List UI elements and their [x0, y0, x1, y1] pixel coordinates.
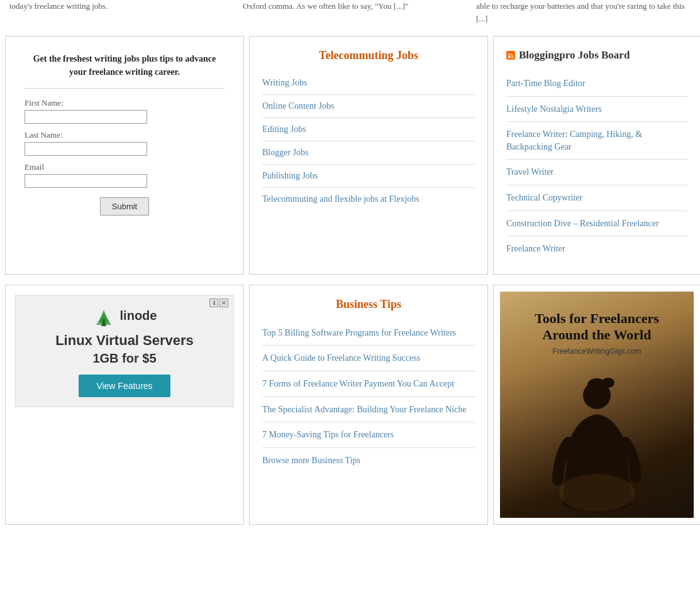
ad-brand-text: linode	[120, 309, 157, 323]
construction-dive-link[interactable]: Construction Dive – Residential Freelanc…	[506, 219, 659, 228]
list-item: Blogger Jobs	[262, 141, 475, 165]
list-item: Publishing Jobs	[262, 165, 475, 188]
freelance-writer-link[interactable]: Freelance Writer	[506, 244, 565, 253]
tools-widget: Tools for Freelancers Around the World F…	[493, 285, 700, 525]
travel-writer-link[interactable]: Travel Writer	[506, 167, 553, 177]
list-item: 7 Money-Saving Tips for Freelancers	[262, 422, 475, 448]
lifestyle-nostalgia-writers-link[interactable]: Lifestyle Nostalgia Writers	[506, 104, 602, 114]
browse-more-link[interactable]: Browse more Business Tips	[262, 456, 360, 465]
ad-info-button[interactable]: ℹ	[209, 299, 218, 307]
svg-point-7	[559, 474, 635, 512]
ad-close-button[interactable]: ✕	[219, 299, 228, 307]
business-tips-list: Top 5 Billing Software Programs for Free…	[262, 321, 475, 473]
specialist-advantage-link[interactable]: The Specialist Advantage: Building Your …	[262, 405, 467, 414]
list-item: 7 Forms of Freelance Writer Payment You …	[262, 371, 475, 397]
newsletter-divider	[25, 88, 225, 89]
list-item: Top 5 Billing Software Programs for Free…	[262, 321, 475, 346]
list-item: A Quick Guide to Freelance Writing Succe…	[262, 346, 475, 371]
list-item: Freelance Writer	[506, 236, 687, 261]
person-silhouette	[534, 367, 660, 518]
flexjobs-link[interactable]: Telecommuting and flexible jobs at Flexj…	[262, 194, 419, 204]
editing-jobs-link[interactable]: Editing Jobs	[262, 124, 306, 134]
widget-grid-bottom: ℹ ✕ linode Linux Virtual Servers	[0, 280, 700, 530]
email-group: Email	[25, 162, 225, 188]
list-item: Technical Copywriter	[506, 185, 687, 211]
top-strip-col2: Oxford comma. As we often like to say, "…	[233, 0, 467, 25]
ad-cta-button[interactable]: View Features	[79, 375, 170, 397]
money-saving-tips-link[interactable]: 7 Money-Saving Tips for Freelancers	[262, 430, 394, 439]
bloggingpro-title: Bloggingpro Jobs Board	[506, 49, 687, 62]
top-strip-col1: today's freelance writing jobs.	[0, 0, 233, 25]
publishing-jobs-link[interactable]: Publishing Jobs	[262, 171, 318, 180]
first-name-input[interactable]	[25, 110, 147, 124]
list-item: Editing Jobs	[262, 118, 475, 141]
list-item: The Specialist Advantage: Building Your …	[262, 397, 475, 423]
tools-image-container[interactable]: Tools for Freelancers Around the World F…	[500, 292, 694, 518]
billing-software-link[interactable]: Top 5 Billing Software Programs for Free…	[262, 328, 456, 337]
ad-box: ℹ ✕ linode Linux Virtual Servers	[15, 295, 234, 407]
last-name-input[interactable]	[25, 142, 147, 156]
top-strip-text2: Oxford comma. As we often like to say, "…	[243, 1, 408, 11]
business-tips-title: Business Tips	[262, 298, 475, 311]
business-tips-widget: Business Tips Top 5 Billing Software Pro…	[249, 285, 488, 525]
bloggingpro-widget: Bloggingpro Jobs Board Part-Time Blog Ed…	[493, 36, 700, 275]
email-label: Email	[25, 162, 225, 172]
ad-headline: Linux Virtual Servers	[25, 332, 224, 349]
telecommuting-title: Telecommuting Jobs	[262, 49, 475, 62]
writing-jobs-link[interactable]: Writing Jobs	[262, 78, 307, 87]
list-item: Part-Time Blog Editor	[506, 71, 687, 97]
widget-grid-top: Get the freshest writing jobs plus tips …	[0, 31, 700, 280]
linode-logo-icon	[92, 305, 115, 327]
ad-logo-row: linode	[25, 305, 224, 327]
list-item: Construction Dive – Residential Freelanc…	[506, 211, 687, 237]
top-strip-text1: today's freelance writing jobs.	[9, 1, 108, 11]
last-name-label: Last Name:	[25, 130, 225, 140]
bloggingpro-list: Part-Time Blog Editor Lifestyle Nostalgi…	[506, 71, 687, 261]
newsletter-headline: Get the freshest writing jobs plus tips …	[25, 52, 225, 79]
tools-title-line1: Tools for Freelancers	[535, 310, 659, 327]
close-icon: ✕	[221, 300, 226, 306]
forms-payment-link[interactable]: 7 Forms of Freelance Writer Payment You …	[262, 379, 454, 388]
list-item: Freelance Writer: Camping, Hiking, & Bac…	[506, 122, 687, 160]
online-content-jobs-link[interactable]: Online Content Jobs	[262, 101, 334, 111]
list-item: Lifestyle Nostalgia Writers	[506, 97, 687, 123]
svg-point-0	[508, 57, 510, 58]
ad-controls: ℹ ✕	[209, 299, 228, 307]
rss-icon	[506, 51, 515, 60]
top-strip: today's freelance writing jobs. Oxford c…	[0, 0, 700, 31]
svg-point-6	[602, 378, 614, 388]
email-input[interactable]	[25, 174, 147, 188]
top-strip-col3: able to recharge your batteries and that…	[467, 0, 700, 25]
part-time-blog-editor-link[interactable]: Part-Time Blog Editor	[506, 79, 586, 88]
list-item: Telecommuting and flexible jobs at Flexj…	[262, 188, 475, 211]
ad-widget: ℹ ✕ linode Linux Virtual Servers	[5, 285, 244, 525]
bloggingpro-title-text: Bloggingpro Jobs Board	[519, 49, 630, 62]
tools-title-line2: Around the World	[535, 327, 659, 343]
last-name-group: Last Name:	[25, 130, 225, 156]
list-item: Browse more Business Tips	[262, 448, 475, 473]
telecommuting-jobs-widget: Telecommuting Jobs Writing Jobs Online C…	[249, 36, 488, 275]
list-item: Writing Jobs	[262, 72, 475, 95]
list-item: Online Content Jobs	[262, 95, 475, 118]
top-strip-text3: able to recharge your batteries and that…	[476, 1, 685, 23]
quick-guide-link[interactable]: A Quick Guide to Freelance Writing Succe…	[262, 353, 420, 363]
first-name-group: First Name:	[25, 98, 225, 124]
technical-copywriter-link[interactable]: Technical Copywriter	[506, 193, 582, 202]
ad-subline: 1GB for $5	[25, 351, 224, 366]
first-name-label: First Name:	[25, 98, 225, 108]
newsletter-widget: Get the freshest writing jobs plus tips …	[5, 36, 244, 275]
tools-subtitle: FreelanceWritingGigs.com	[535, 347, 659, 356]
info-icon: ℹ	[213, 300, 215, 306]
page-wrapper: today's freelance writing jobs. Oxford c…	[0, 0, 700, 530]
list-item: Travel Writer	[506, 160, 687, 185]
submit-button[interactable]: Submit	[100, 197, 149, 216]
telecommuting-jobs-list: Writing Jobs Online Content Jobs Editing…	[262, 72, 475, 211]
blogger-jobs-link[interactable]: Blogger Jobs	[262, 148, 309, 157]
tools-image-text: Tools for Freelancers Around the World F…	[522, 292, 672, 362]
camping-writer-link[interactable]: Freelance Writer: Camping, Hiking, & Bac…	[506, 129, 642, 151]
